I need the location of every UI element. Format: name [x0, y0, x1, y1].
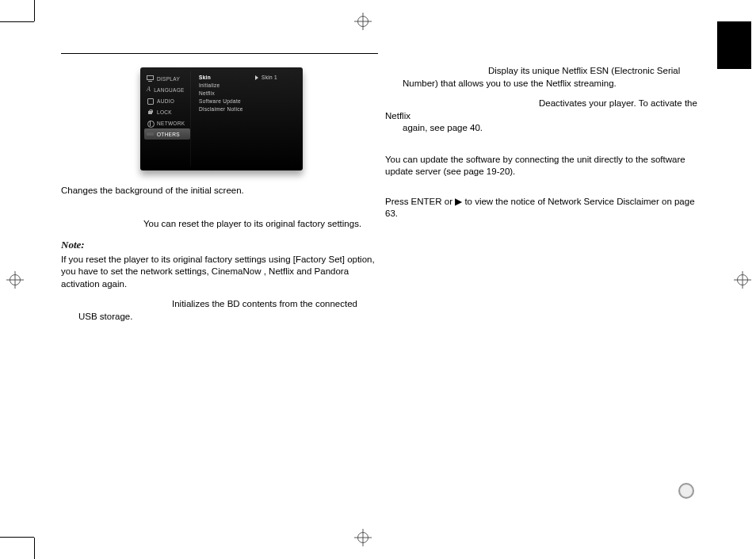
network-icon	[147, 120, 154, 126]
registration-mark	[354, 529, 372, 546]
menu-item-display: DISPLAY	[144, 73, 190, 84]
bd-line1: Initializes the BD contents from the con…	[61, 298, 378, 311]
settings-menu-screenshot: DISPLAY A LANGUAGE AUDIO LOCK NETWORK OT…	[140, 67, 303, 170]
registration-mark	[734, 271, 751, 289]
registration-mark	[6, 271, 24, 289]
registration-mark	[354, 13, 372, 30]
menu-value-text: Skin 1	[262, 75, 277, 80]
esn-line1: Display its unique Netflix ESN (Electron…	[385, 65, 702, 78]
others-icon	[147, 131, 154, 137]
left-column: DISPLAY A LANGUAGE AUDIO LOCK NETWORK OT…	[61, 63, 378, 331]
crop-mark	[34, 538, 35, 559]
section-rule	[61, 53, 378, 54]
skin-description: Changes the background of the initial sc…	[61, 185, 378, 197]
factory-set-description: You can reset the player to its original…	[61, 218, 378, 231]
page-marker-circle	[678, 483, 694, 499]
chevron-right-icon	[255, 75, 258, 80]
menu-label: AUDIO	[157, 98, 174, 104]
note-heading: Note:	[61, 238, 378, 252]
menu-label: OTHERS	[157, 132, 180, 137]
menu-sidebar: DISPLAY A LANGUAGE AUDIO LOCK NETWORK OT…	[144, 71, 190, 167]
menu-item-network: NETWORK	[144, 117, 190, 128]
menu-label: LANGUAGE	[154, 87, 185, 93]
menu-options: Skin Initialize Netflix Software Update …	[190, 71, 254, 167]
menu-option-software-update: Software Update	[199, 98, 250, 104]
menu-item-others: OTHERS	[144, 128, 190, 140]
menu-option-skin: Skin	[199, 75, 250, 80]
deact-line2: again, see page 40.	[385, 122, 702, 135]
lock-icon	[147, 109, 154, 115]
crop-mark	[34, 0, 35, 21]
menu-label: LOCK	[157, 109, 172, 115]
netflix-esn-description: Display its unique Netflix ESN (Electron…	[385, 65, 702, 90]
menu-label: DISPLAY	[157, 76, 180, 82]
language-icon: A	[147, 86, 151, 93]
bd-line2: USB storage.	[61, 311, 378, 324]
display-icon	[147, 75, 154, 82]
menu-label: NETWORK	[157, 121, 185, 126]
esn-line2: Number) that allows you to use the Netfl…	[385, 78, 702, 90]
menu-option-netflix: Netflix	[199, 90, 250, 96]
disclaimer-description: Press ENTER or ▶ to view the notice of N…	[385, 196, 702, 220]
audio-icon	[147, 98, 154, 104]
crop-mark	[0, 537, 34, 538]
menu-option-disclaimer: Disclaimer Notice	[199, 106, 250, 112]
bd-storage-description: Initializes the BD contents from the con…	[61, 298, 378, 323]
menu-item-language: A LANGUAGE	[144, 84, 190, 95]
right-column: Display its unique Netflix ESN (Electron…	[385, 63, 702, 228]
netflix-deactivate-description: Deactivates your player. To activate the…	[385, 98, 702, 135]
menu-item-lock: LOCK	[144, 106, 190, 117]
menu-item-audio: AUDIO	[144, 95, 190, 106]
deact-line1: Deactivates your player. To activate the…	[385, 98, 702, 122]
software-update-description: You can update the software by connectin…	[385, 154, 702, 178]
menu-value: Skin 1	[254, 71, 299, 167]
crop-mark	[0, 21, 34, 22]
note-text: If you reset the player to its original …	[61, 254, 378, 291]
edge-tab	[717, 21, 751, 69]
note-label: Note:	[61, 239, 85, 251]
menu-option-initialize: Initialize	[199, 82, 250, 88]
